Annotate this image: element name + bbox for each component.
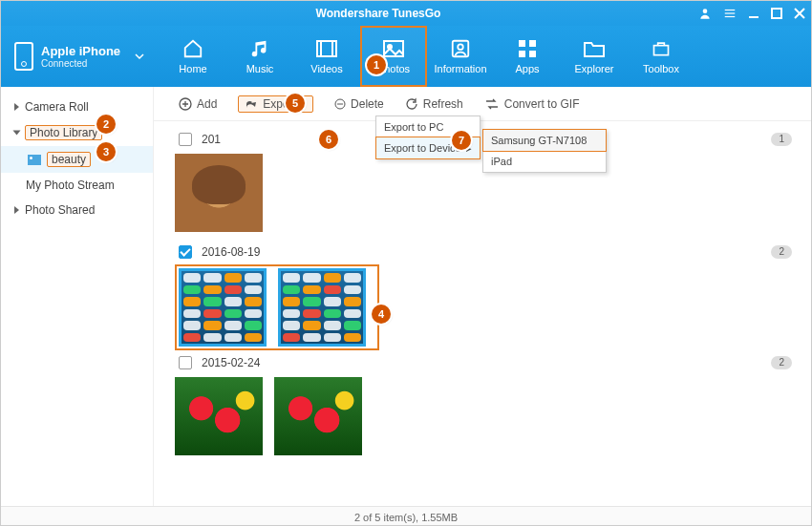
nav-label: Videos <box>310 63 342 74</box>
svg-rect-3 <box>725 16 736 17</box>
content-area: Add Export ▾ Delete Refresh Convert to G… <box>154 87 811 506</box>
nav-label: Information <box>434 63 486 74</box>
sidebar-item-photo-library[interactable]: Photo Library <box>1 119 153 146</box>
step-badge-1: 1 <box>367 55 386 74</box>
folder-icon <box>582 38 607 59</box>
svg-rect-16 <box>529 51 536 57</box>
photo-thumbnail[interactable] <box>278 268 366 347</box>
group-header[interactable]: 2016-08-19 2 <box>175 240 792 264</box>
group-date: 2016-08-19 <box>202 245 260 259</box>
music-icon <box>247 38 272 59</box>
nav-music[interactable]: Music <box>226 26 293 87</box>
svg-rect-5 <box>772 9 781 18</box>
chevron-down-icon <box>13 131 21 136</box>
sidebar: Camera Roll Photo Library beauty My Phot… <box>1 87 154 506</box>
sidebar-label: My Photo Stream <box>26 179 115 192</box>
checkbox-checked[interactable] <box>179 245 192 259</box>
device-status: Connected <box>41 58 120 69</box>
nav-apps[interactable]: Apps <box>494 26 561 87</box>
step-badge-5: 5 <box>286 94 305 113</box>
group-header[interactable]: 2015-02-24 2 <box>175 350 792 375</box>
menu-label: Samsung GT-N7108 <box>491 135 587 146</box>
step-badge-7: 7 <box>452 131 471 150</box>
group-date: 2015-02-24 <box>202 356 260 369</box>
sidebar-item-camera-roll[interactable]: Camera Roll <box>1 95 153 119</box>
menu-label: Export to Device <box>384 142 461 154</box>
toolbar-label: Refresh <box>423 97 463 111</box>
svg-rect-15 <box>519 51 525 57</box>
checkbox[interactable] <box>179 133 192 146</box>
sidebar-item-beauty[interactable]: beauty <box>1 146 153 173</box>
thumbnail-row <box>175 375 792 463</box>
menu-label: iPad <box>491 156 512 167</box>
close-button[interactable] <box>794 8 805 19</box>
video-icon <box>314 38 339 59</box>
delete-button[interactable]: Delete <box>334 97 384 111</box>
sidebar-label: Camera Roll <box>25 100 89 114</box>
refresh-button[interactable]: Refresh <box>405 97 463 111</box>
sidebar-item-photo-stream[interactable]: My Photo Stream <box>1 173 153 198</box>
photo-thumbnail[interactable] <box>175 377 263 455</box>
top-nav: Apple iPhone Connected Home Music Videos… <box>1 26 811 87</box>
group-count: 2 <box>771 356 792 369</box>
toolbar-label: Delete <box>351 97 384 111</box>
phone-icon <box>14 42 33 71</box>
group-count: 1 <box>771 133 792 146</box>
device-ipad-item[interactable]: iPad <box>483 151 606 172</box>
nav-toolbox[interactable]: Toolbox <box>628 26 694 87</box>
svg-rect-8 <box>332 41 336 56</box>
sidebar-item-photo-shared[interactable]: Photo Shared <box>1 198 153 222</box>
photo-thumbnail[interactable] <box>274 377 362 455</box>
chevron-right-icon <box>14 206 19 214</box>
device-submenu: Samsung GT-N7108 iPad <box>482 129 607 173</box>
svg-point-12 <box>458 44 463 50</box>
svg-rect-9 <box>384 41 403 56</box>
group-date: 201 <box>202 133 221 146</box>
toolbox-icon <box>649 38 673 59</box>
toolbar-label: Add <box>197 97 217 111</box>
add-button[interactable]: Add <box>179 97 217 111</box>
device-name: Apple iPhone <box>41 44 120 58</box>
sidebar-label: Photo Shared <box>25 203 95 217</box>
convert-icon <box>484 98 500 110</box>
nav-label: Explorer <box>575 63 614 74</box>
user-icon[interactable] <box>698 7 712 20</box>
app-title: Wondershare TunesGo <box>58 7 698 20</box>
sidebar-label: Photo Library <box>25 125 102 140</box>
step-badge-6: 6 <box>319 130 338 149</box>
nav-videos[interactable]: Videos <box>293 26 360 87</box>
refresh-icon <box>405 97 418 111</box>
settings-menu-icon[interactable] <box>723 7 737 20</box>
nav-home[interactable]: Home <box>160 26 226 87</box>
nav-information[interactable]: Information <box>427 26 494 87</box>
status-text: 2 of 5 item(s), 1.55MB <box>354 512 458 523</box>
nav-label: Toolbox <box>643 63 679 74</box>
plus-icon <box>179 97 192 111</box>
minimize-button[interactable] <box>748 8 759 19</box>
group-count: 2 <box>771 245 792 259</box>
photo-thumbnail[interactable] <box>175 154 263 232</box>
photo-thumbnail[interactable] <box>179 268 267 347</box>
title-bar: Wondershare TunesGo <box>1 1 811 26</box>
chevron-down-icon <box>135 52 144 61</box>
svg-rect-13 <box>519 40 525 47</box>
home-icon <box>181 38 205 59</box>
step-badge-4: 4 <box>372 305 391 324</box>
svg-rect-14 <box>529 40 536 47</box>
svg-rect-2 <box>725 12 736 13</box>
maximize-button[interactable] <box>771 8 782 19</box>
nav-explorer[interactable]: Explorer <box>561 26 628 87</box>
step-badge-3: 3 <box>96 142 116 161</box>
svg-rect-7 <box>317 41 321 56</box>
nav-label: Apps <box>515 63 539 74</box>
svg-point-0 <box>703 9 708 13</box>
nav-label: Music <box>246 63 274 74</box>
device-selector[interactable]: Apple iPhone Connected <box>1 26 154 87</box>
device-samsung-item[interactable]: Samsung GT-N7108 <box>482 129 607 152</box>
checkbox[interactable] <box>179 356 192 369</box>
photo-groups: 201 1 2016-08-19 2 2015-02-24 2 <box>154 121 811 506</box>
thumbnail-row-selected <box>175 264 379 350</box>
svg-rect-17 <box>654 46 669 55</box>
convert-gif-button[interactable]: Convert to GIF <box>484 97 580 111</box>
toolbar: Add Export ▾ Delete Refresh Convert to G… <box>154 87 811 121</box>
